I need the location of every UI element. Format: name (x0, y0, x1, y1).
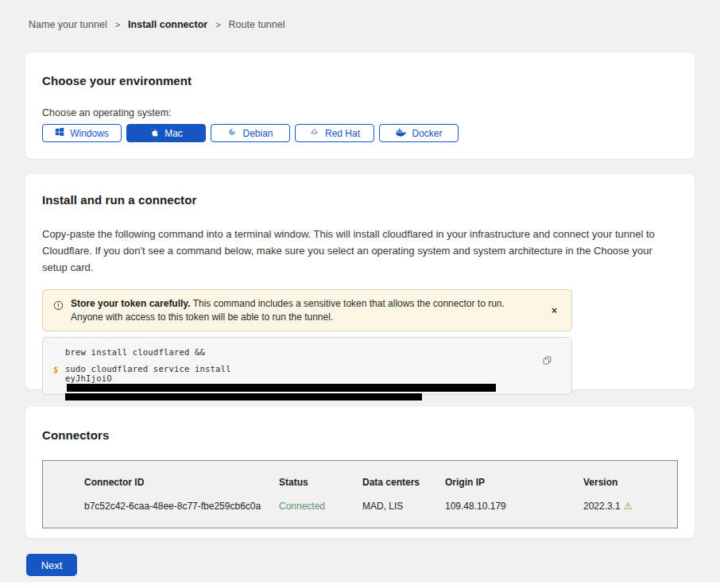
version-number: 2022.3.1 (583, 501, 621, 512)
version-warning-icon: ⚠ (624, 501, 633, 512)
code-line-token: eyJhIjoiO (65, 374, 540, 393)
install-description: Copy-paste the following command into a … (42, 226, 674, 276)
redacted-token-bar (65, 393, 422, 400)
token-warning-banner: Store your token carefully. This command… (42, 289, 572, 331)
shell-prompt: $ (53, 365, 58, 374)
install-connector-card: Install and run a connector Copy-paste t… (25, 174, 695, 389)
code-line-brew: brew install cloudflared && (65, 347, 540, 357)
os-button-label: Mac (165, 128, 183, 139)
bottom-page-strip (0, 582, 720, 588)
token-warning-text: Store your token carefully. This command… (71, 297, 516, 323)
os-button-label: Debian (242, 128, 273, 139)
connectors-card: Connectors Connector ID Status Data cent… (25, 407, 695, 538)
token-warning-bold: Store your token carefully. (71, 298, 191, 309)
connector-id-value: b7c52c42-6caa-48ee-8c77-fbe259cb6c0a (84, 501, 279, 512)
os-button-label: Docker (412, 128, 442, 139)
os-button-mac[interactable]: Mac (126, 124, 206, 142)
redhat-logo-icon (309, 127, 319, 139)
breadcrumb-separator: > (115, 20, 120, 29)
environment-card-title: Choose your environment (42, 74, 678, 87)
connectors-table-header: Connector ID Status Data centers Origin … (84, 477, 677, 488)
token-prefix: eyJhIjoiO (65, 373, 112, 383)
column-header-data-centers: Data centers (362, 477, 445, 488)
data-centers-value: MAD, LIS (362, 501, 445, 512)
install-card-title: Install and run a connector (42, 193, 678, 207)
breadcrumb-separator: > (215, 20, 220, 29)
version-value: 2022.3.1⚠ (583, 501, 677, 512)
apple-logo-icon (149, 127, 159, 140)
code-line-sudo: sudo cloudflared service install (65, 365, 540, 374)
origin-ip-value: 109.48.10.179 (445, 501, 583, 512)
connectors-table: Connector ID Status Data centers Origin … (42, 460, 678, 528)
close-icon[interactable]: × (547, 302, 562, 319)
debian-logo-icon (227, 127, 237, 139)
os-button-redhat[interactable]: Red Hat (295, 124, 374, 142)
copy-icon[interactable] (540, 354, 554, 369)
choose-environment-card: Choose your environment Choose an operat… (25, 52, 695, 159)
os-button-label: Red Hat (325, 128, 360, 139)
os-button-debian[interactable]: Debian (211, 124, 290, 142)
breadcrumb-name-your-tunnel[interactable]: Name your tunnel (29, 19, 107, 30)
os-button-label: Windows (70, 128, 109, 139)
column-header-version: Version (583, 477, 677, 488)
breadcrumb-route-tunnel[interactable]: Route tunnel (229, 19, 285, 30)
redacted-token-bar (67, 384, 496, 392)
column-header-connector-id: Connector ID (84, 477, 279, 488)
os-button-windows[interactable]: Windows (42, 124, 122, 142)
os-button-docker[interactable]: Docker (379, 124, 459, 142)
breadcrumb-install-connector[interactable]: Install connector (128, 19, 207, 30)
connectors-card-title: Connectors (42, 428, 678, 442)
column-header-status: Status (279, 477, 362, 488)
install-command-code-block: brew install cloudflared && $ sudo cloud… (42, 337, 572, 395)
os-button-group: Windows Mac Debian (42, 124, 678, 142)
os-select-label: Choose an operating system: (42, 107, 678, 118)
column-header-origin-ip: Origin IP (445, 477, 583, 488)
next-button[interactable]: Next (26, 554, 77, 576)
alert-circle-icon (53, 300, 64, 314)
windows-logo-icon (55, 127, 64, 139)
status-badge: Connected (279, 501, 362, 512)
table-row: b7c52c42-6caa-48ee-8c77-fbe259cb6c0a Con… (84, 501, 677, 512)
docker-logo-icon (395, 128, 406, 139)
breadcrumb: Name your tunnel > Install connector > R… (0, 0, 720, 30)
